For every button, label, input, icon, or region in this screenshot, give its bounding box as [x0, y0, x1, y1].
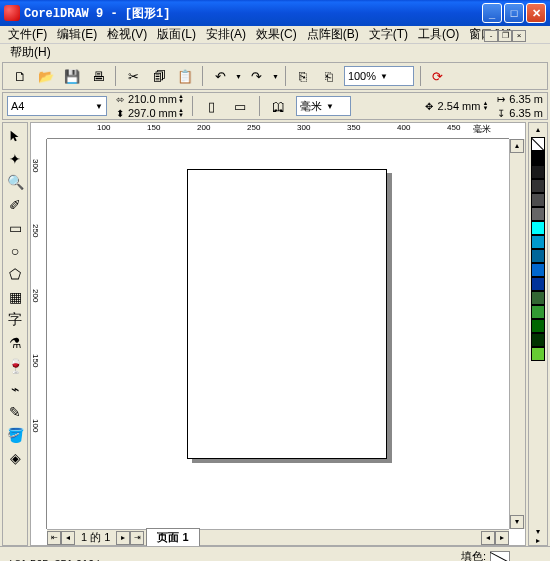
- undo-button[interactable]: ↶: [209, 65, 231, 87]
- blend-tool[interactable]: ⚗: [4, 332, 26, 354]
- width-icon: ⬄: [113, 92, 127, 106]
- page-tab[interactable]: 页面 1: [146, 528, 199, 547]
- color-swatch[interactable]: [531, 263, 545, 277]
- ruler-unit-label: 毫米: [473, 123, 491, 136]
- menu-bitmaps[interactable]: 点阵图(B): [303, 25, 363, 44]
- color-swatch[interactable]: [531, 249, 545, 263]
- paper-dimensions[interactable]: ⬄210.0 mm▲▼ ⬍297.0 mm▲▼: [113, 92, 184, 120]
- corel-online-button[interactable]: ⟳: [427, 65, 449, 87]
- menu-file[interactable]: 文件(F): [4, 25, 51, 44]
- vertical-scrollbar[interactable]: ▴ ▾: [509, 139, 525, 529]
- color-swatch[interactable]: [531, 235, 545, 249]
- last-page-button[interactable]: ⇥: [130, 531, 144, 545]
- color-swatch[interactable]: [531, 193, 545, 207]
- print-button[interactable]: 🖶: [87, 65, 109, 87]
- toolbox: ✦ 🔍 ✐ ▭ ○ ⬠ ▦ 字 ⚗ 🍷 ⌁ ✎ 🪣 ◈: [2, 122, 28, 546]
- transparency-tool[interactable]: 🍷: [4, 355, 26, 377]
- property-bar: A4▼ ⬄210.0 mm▲▼ ⬍297.0 mm▲▼ ▯ ▭ 🕮 毫米▼ ✥2…: [2, 92, 548, 120]
- palette-scroll-down[interactable]: ▾: [536, 527, 540, 536]
- zoom-combo[interactable]: 100%▼: [344, 66, 414, 86]
- open-button[interactable]: 📂: [35, 65, 57, 87]
- color-swatch[interactable]: [531, 319, 545, 333]
- menu-view[interactable]: 检视(V): [103, 25, 151, 44]
- portrait-button[interactable]: ▯: [201, 95, 223, 117]
- page-counter: 1 的 1: [75, 530, 116, 545]
- menu-text[interactable]: 文字(T): [365, 25, 412, 44]
- color-swatch[interactable]: [531, 207, 545, 221]
- mdi-minimize[interactable]: -: [484, 30, 498, 42]
- mdi-restore[interactable]: ❐: [498, 30, 512, 42]
- mdi-close[interactable]: ×: [512, 30, 526, 42]
- page[interactable]: [187, 169, 387, 459]
- swatch-none[interactable]: [531, 137, 545, 151]
- color-swatch[interactable]: [531, 277, 545, 291]
- copy-button[interactable]: 🗐: [148, 65, 170, 87]
- save-button[interactable]: 💾: [61, 65, 83, 87]
- menu-edit[interactable]: 编辑(E): [53, 25, 101, 44]
- facing-pages-icon[interactable]: 🕮: [268, 95, 290, 117]
- fill-tool[interactable]: 🪣: [4, 424, 26, 446]
- interactive-fill-tool[interactable]: ◈: [4, 447, 26, 469]
- minimize-button[interactable]: _: [482, 3, 502, 23]
- color-swatch[interactable]: [531, 291, 545, 305]
- freehand-tool[interactable]: ✐: [4, 194, 26, 216]
- menu-arrange[interactable]: 安排(A): [202, 25, 250, 44]
- dup-x-icon: ↦: [494, 92, 508, 106]
- horizontal-scrollbar[interactable]: ⇤ ◂ 1 的 1 ▸ ⇥ 页面 1 ◂ ▸: [47, 529, 509, 545]
- duplicate-offset[interactable]: ↦6.35 m ↧6.35 m: [494, 92, 543, 120]
- scroll-right-button[interactable]: ▸: [495, 531, 509, 545]
- first-page-button[interactable]: ⇤: [47, 531, 61, 545]
- import-button[interactable]: ⎘: [292, 65, 314, 87]
- horizontal-ruler[interactable]: 100 150 200 250 300 350 400 450 毫米: [47, 123, 509, 139]
- rectangle-tool[interactable]: ▭: [4, 217, 26, 239]
- paper-combo[interactable]: A4▼: [7, 96, 107, 116]
- landscape-button[interactable]: ▭: [229, 95, 251, 117]
- units-combo[interactable]: 毫米▼: [296, 96, 351, 116]
- outline-tool[interactable]: ✎: [4, 401, 26, 423]
- color-swatch[interactable]: [531, 305, 545, 319]
- color-swatch[interactable]: [531, 165, 545, 179]
- color-swatch[interactable]: [531, 179, 545, 193]
- color-swatch[interactable]: [531, 347, 545, 361]
- scroll-down-button[interactable]: ▾: [510, 515, 524, 529]
- color-swatch[interactable]: [531, 333, 545, 347]
- color-swatch[interactable]: [531, 151, 545, 165]
- menu-help[interactable]: 帮助(H): [6, 44, 55, 60]
- palette-scroll-up[interactable]: ▴: [536, 125, 540, 137]
- text-tool[interactable]: 字: [4, 309, 26, 331]
- cursor-coords: ( 81.565, 351.916 ): [8, 558, 101, 562]
- scroll-up-button[interactable]: ▴: [510, 139, 524, 153]
- nudge-icon: ✥: [422, 99, 436, 113]
- ellipse-tool[interactable]: ○: [4, 240, 26, 262]
- fill-indicator[interactable]: [490, 551, 510, 562]
- polygon-tool[interactable]: ⬠: [4, 263, 26, 285]
- height-icon: ⬍: [113, 106, 127, 120]
- scroll-left-button[interactable]: ◂: [481, 531, 495, 545]
- dup-y-icon: ↧: [494, 106, 508, 120]
- prev-page-button[interactable]: ◂: [61, 531, 75, 545]
- menu-layout[interactable]: 版面(L): [153, 25, 200, 44]
- nudge-group[interactable]: ✥2.54 mm▲▼: [422, 99, 489, 113]
- paste-button[interactable]: 📋: [174, 65, 196, 87]
- cut-button[interactable]: ✂: [122, 65, 144, 87]
- pick-tool[interactable]: [4, 125, 26, 147]
- app-icon: [4, 5, 20, 21]
- palette-flyout[interactable]: ▸: [536, 536, 540, 545]
- graph-tool[interactable]: ▦: [4, 286, 26, 308]
- close-button[interactable]: ✕: [526, 3, 546, 23]
- shape-tool[interactable]: ✦: [4, 148, 26, 170]
- vertical-ruler[interactable]: 300 250 200 150 100: [31, 139, 47, 529]
- fill-label: 填色:: [461, 549, 486, 561]
- eyedropper-tool[interactable]: ⌁: [4, 378, 26, 400]
- menu-tools[interactable]: 工具(O): [414, 25, 463, 44]
- redo-button[interactable]: ↷: [246, 65, 268, 87]
- color-swatch[interactable]: [531, 221, 545, 235]
- zoom-tool[interactable]: 🔍: [4, 171, 26, 193]
- drawing-canvas[interactable]: [47, 139, 509, 529]
- export-button[interactable]: ⎗: [318, 65, 340, 87]
- title-bar: CorelDRAW 9 - [图形1] _ □ ✕: [0, 0, 550, 26]
- next-page-button[interactable]: ▸: [116, 531, 130, 545]
- new-button[interactable]: 🗋: [9, 65, 31, 87]
- maximize-button[interactable]: □: [504, 3, 524, 23]
- menu-effects[interactable]: 效果(C): [252, 25, 301, 44]
